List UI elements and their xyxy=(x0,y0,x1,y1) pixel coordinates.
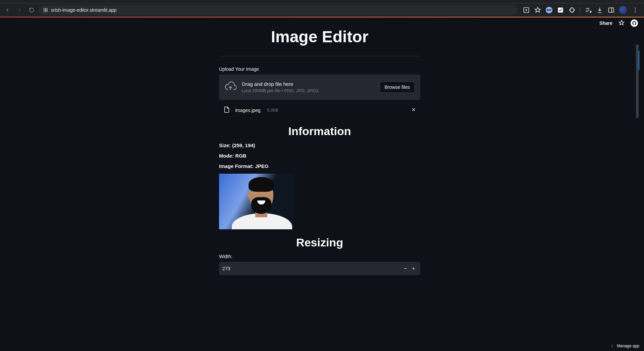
svg-point-7 xyxy=(635,8,636,9)
image-preview xyxy=(219,174,293,229)
install-app-icon[interactable] xyxy=(523,7,530,13)
svg-point-8 xyxy=(635,10,636,11)
content-container: Image Editor Upload Your Image Drag and … xyxy=(219,17,420,275)
address-bar[interactable]: srish-image-editor.streamlit.app xyxy=(39,5,518,15)
url-text: srish-image-editor.streamlit.app xyxy=(51,7,116,13)
file-size: 5.3KB xyxy=(267,108,278,113)
streamlit-header: Share xyxy=(599,19,638,27)
info-mode: Mode: RGB xyxy=(219,153,420,159)
manage-app-label: Manage app xyxy=(617,344,639,348)
dropzone-sub-text: Limit 200MB per file • PNG, JPG, JPEG xyxy=(242,88,374,93)
svg-rect-3 xyxy=(46,10,48,12)
remove-file-button[interactable] xyxy=(411,107,416,114)
svg-rect-6 xyxy=(609,8,614,12)
sidepanel-icon[interactable] xyxy=(608,7,614,13)
document-icon xyxy=(223,105,230,115)
width-decrement-button[interactable] xyxy=(401,265,410,273)
file-name: images.jpeg xyxy=(235,108,261,113)
scrollbar-thumb[interactable] xyxy=(636,44,639,118)
reload-button[interactable] xyxy=(27,5,36,15)
resizing-heading: Resizing xyxy=(219,236,420,249)
share-button[interactable]: Share xyxy=(599,20,612,26)
site-settings-icon[interactable] xyxy=(43,7,48,13)
width-input[interactable]: 273 xyxy=(219,262,420,275)
upload-label: Upload Your Image xyxy=(219,66,420,72)
separator xyxy=(580,7,580,13)
bookmark-star-icon[interactable] xyxy=(534,7,541,13)
svg-point-9 xyxy=(635,12,636,13)
browse-files-button[interactable]: Browse files xyxy=(380,81,415,93)
favorite-star-icon[interactable] xyxy=(619,20,625,27)
back-button[interactable] xyxy=(3,5,12,15)
dropzone-main-text: Drag and drop file here xyxy=(242,81,374,87)
uploaded-file-row: images.jpeg 5.3KB xyxy=(219,100,420,119)
manage-app-button[interactable]: Manage app xyxy=(610,344,639,348)
cloud-upload-icon xyxy=(224,80,236,94)
playlist-icon[interactable] xyxy=(585,7,592,13)
page-title: Image Editor xyxy=(219,27,420,46)
page-body: Image Editor Upload Your Image Drag and … xyxy=(0,17,639,351)
svg-rect-0 xyxy=(44,8,46,10)
browser-actions: WP xyxy=(520,6,641,14)
width-value[interactable]: 273 xyxy=(222,266,401,271)
info-size: Size: (259, 194) xyxy=(219,142,420,148)
profile-avatar[interactable] xyxy=(619,6,627,14)
github-icon[interactable] xyxy=(631,19,638,27)
width-increment-button[interactable] xyxy=(410,265,418,273)
svg-rect-2 xyxy=(44,10,46,12)
extensions-puzzle-icon[interactable] xyxy=(569,7,575,13)
kebab-menu-icon[interactable] xyxy=(632,7,639,13)
extension-wp-icon[interactable]: WP xyxy=(546,7,552,13)
browser-toolbar: srish-image-editor.streamlit.app WP xyxy=(0,3,644,17)
svg-rect-1 xyxy=(46,8,48,10)
file-dropzone[interactable]: Drag and drop file here Limit 200MB per … xyxy=(219,74,420,100)
forward-button[interactable] xyxy=(15,5,24,15)
download-icon[interactable] xyxy=(596,7,603,13)
divider xyxy=(219,56,420,56)
width-label: Width: xyxy=(219,254,420,259)
information-heading: Information xyxy=(219,125,420,138)
info-format: Image Format: JPEG xyxy=(219,163,420,169)
dropzone-text: Drag and drop file here Limit 200MB per … xyxy=(242,81,374,93)
extension-check-icon[interactable] xyxy=(557,7,564,13)
browser-tabstrip xyxy=(0,0,644,3)
